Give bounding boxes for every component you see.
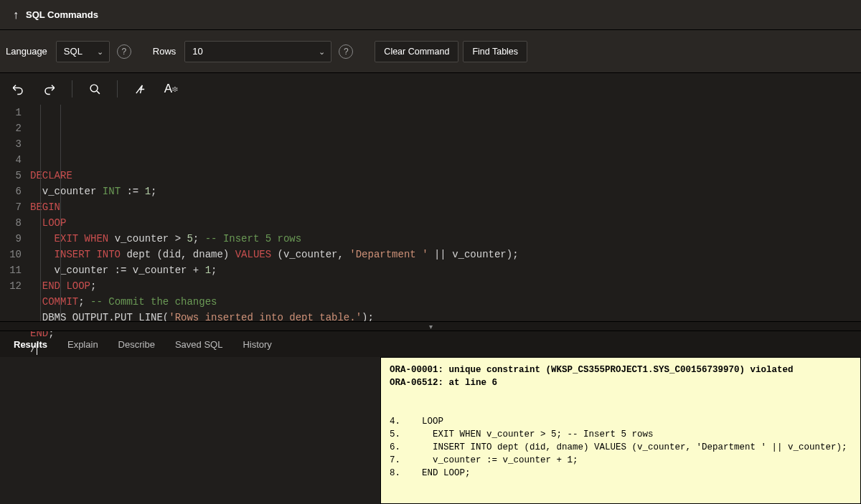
- line-gutter: 123456789101112: [0, 105, 30, 321]
- find-tables-button[interactable]: Find Tables: [463, 41, 527, 62]
- redo-icon[interactable]: [40, 80, 59, 98]
- search-icon[interactable]: [85, 80, 104, 98]
- language-select-value: SQL: [64, 46, 83, 57]
- line-number: 2: [0, 120, 30, 136]
- code-line[interactable]: BEGIN: [30, 199, 861, 215]
- page-title: SQL Commands: [26, 9, 98, 20]
- code-area[interactable]: DECLARE v_counter INT := 1;BEGIN LOOP EX…: [30, 105, 861, 321]
- line-number: 7: [0, 199, 30, 215]
- code-line[interactable]: COMMIT; -- Commit the changes: [30, 294, 861, 310]
- context-line: 7. v_counter := v_counter + 1;: [390, 454, 852, 467]
- undo-icon[interactable]: [9, 80, 27, 98]
- line-number: 12: [0, 278, 30, 294]
- separator: [72, 80, 72, 98]
- error-output: ORA-00001: unique constraint (WKSP_CS355…: [380, 357, 861, 504]
- language-label: Language: [6, 46, 47, 57]
- help-icon[interactable]: ?: [339, 44, 353, 59]
- code-line[interactable]: EXIT WHEN v_counter > 5; -- Insert 5 row…: [30, 231, 861, 247]
- rows-select-value: 10: [192, 46, 202, 57]
- language-select[interactable]: SQL ⌄: [56, 41, 110, 62]
- line-number: 9: [0, 231, 30, 247]
- accessibility-icon[interactable]: A፨: [162, 80, 181, 98]
- code-editor[interactable]: 123456789101112 DECLARE v_counter INT :=…: [0, 105, 861, 321]
- error-line: ORA-00001: unique constraint (WKSP_CS355…: [390, 363, 852, 376]
- splitter-handle-icon: ▾: [418, 323, 443, 329]
- context-line: 5. EXIT WHEN v_counter > 5; -- Insert 5 …: [390, 428, 852, 441]
- code-line[interactable]: v_counter INT := 1;: [30, 184, 861, 199]
- line-number: 5: [0, 168, 30, 184]
- code-line[interactable]: INSERT INTO dept (did, dname) VALUES (v_…: [30, 247, 861, 262]
- line-number: 3: [0, 136, 30, 152]
- context-line: 4. LOOP: [390, 415, 852, 428]
- code-line[interactable]: END LOOP;: [30, 278, 861, 294]
- line-number: 4: [0, 152, 30, 168]
- chevron-down-icon: ⌄: [97, 47, 103, 56]
- up-arrow-icon[interactable]: ↑: [13, 9, 19, 22]
- lightning-icon[interactable]: [131, 80, 149, 98]
- svg-point-0: [90, 85, 98, 92]
- help-icon[interactable]: ?: [117, 44, 131, 59]
- editor-toolbar: A፨: [0, 73, 861, 105]
- code-line[interactable]: v_counter := v_counter + 1;: [30, 262, 861, 278]
- svg-line-1: [96, 90, 99, 93]
- code-line[interactable]: LOOP: [30, 215, 861, 231]
- line-number: 8: [0, 215, 30, 231]
- chevron-down-icon: ⌄: [319, 47, 325, 56]
- rows-label: Rows: [153, 46, 177, 57]
- line-number: 10: [0, 247, 30, 262]
- context-line: 6. INSERT INTO dept (did, dname) VALUES …: [390, 441, 852, 454]
- rows-select[interactable]: 10 ⌄: [184, 41, 331, 62]
- line-number: 1: [0, 105, 30, 120]
- line-number: 11: [0, 262, 30, 278]
- page-header: ↑ SQL Commands: [0, 0, 861, 30]
- results-left-panel: [0, 357, 380, 504]
- clear-command-button[interactable]: Clear Command: [375, 41, 458, 62]
- vertical-splitter[interactable]: ▾: [0, 321, 861, 331]
- results-area: ORA-00001: unique constraint (WKSP_CS355…: [0, 357, 861, 504]
- line-number: 6: [0, 184, 30, 199]
- command-toolbar: Language SQL ⌄ ? Rows 10 ⌄ ? Clear Comma…: [0, 30, 861, 73]
- code-line[interactable]: /: [30, 341, 861, 357]
- separator: [117, 80, 118, 98]
- code-line[interactable]: DECLARE: [30, 168, 861, 184]
- error-line: ORA-06512: at line 6: [390, 376, 852, 389]
- context-line: 8. END LOOP;: [390, 467, 852, 480]
